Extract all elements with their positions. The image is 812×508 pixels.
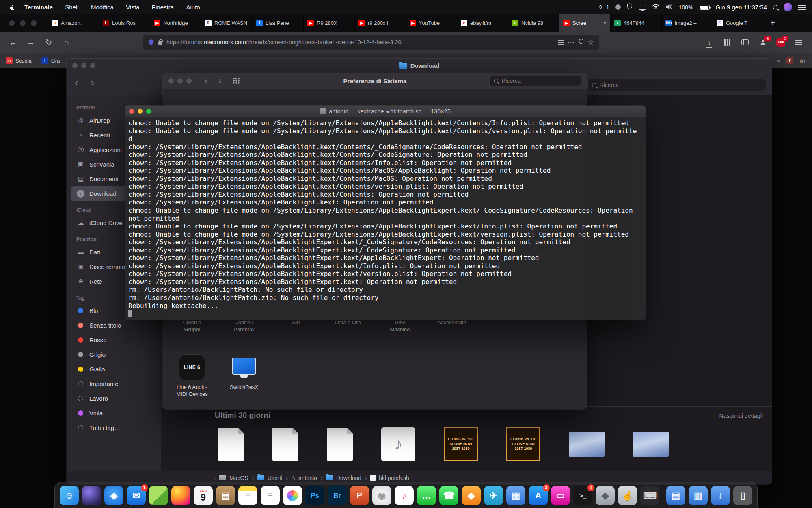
dock-messages[interactable]: …	[417, 486, 436, 505]
lock-icon[interactable]	[158, 41, 162, 45]
dock-bridge[interactable]: Br	[328, 486, 347, 505]
dock-siri[interactable]	[82, 486, 101, 505]
volume-icon[interactable]	[666, 4, 673, 11]
browser-tab[interactable]: a Amazon.	[48, 14, 99, 32]
show-all-grid-icon[interactable]	[233, 78, 240, 84]
dock-firefox[interactable]	[171, 486, 190, 505]
url-bar[interactable]: https://forums.macrumors.com/threads/scr…	[143, 35, 599, 50]
shield-status-icon[interactable]	[627, 3, 633, 11]
battery-icon[interactable]	[700, 5, 710, 10]
dock-app-grey[interactable]: ◉	[372, 486, 391, 505]
tracking-protection-shield-icon[interactable]	[148, 39, 154, 46]
dock-calendar[interactable]: GEN 9	[194, 486, 213, 505]
audio-status-icon[interactable]: 1	[598, 4, 609, 11]
dock-notes[interactable]: ≡	[238, 486, 257, 505]
file-thumbnail[interactable]: ♪	[381, 427, 415, 461]
dock-extension[interactable]: ◆	[596, 486, 615, 505]
monitor-shield-icon[interactable]	[579, 39, 584, 46]
finder-forward-button[interactable]: ›	[91, 76, 94, 89]
menu-item[interactable]: Vista	[121, 4, 145, 11]
dock-stack-documents[interactable]: ▤	[666, 486, 685, 505]
page-actions-icon[interactable]: ⋯	[568, 38, 574, 47]
browser-tab[interactable]: e ebay.it/m	[457, 14, 508, 32]
dock-trash[interactable]: ▯	[733, 486, 752, 505]
sysprefs-search-field[interactable]	[490, 76, 581, 86]
sidebar-row[interactable]: Rosso	[71, 332, 157, 347]
browser-tab[interactable]: ▲ 464F844	[611, 14, 662, 32]
browser-tab[interactable]: ibb image2 –	[662, 14, 713, 32]
browser-tab[interactable]: G Google T	[713, 14, 764, 32]
browser-tab[interactable]: ▶ R9 280X	[304, 14, 355, 32]
downloads-button[interactable]: ↓	[702, 35, 717, 50]
sidebar-row[interactable]: Importante	[71, 376, 157, 391]
wifi-icon[interactable]	[652, 4, 660, 11]
dock-stack-apps[interactable]: ▥	[689, 486, 708, 505]
dock-keyboard[interactable]: ⌨	[640, 486, 659, 505]
dock-reminders[interactable]: ≡	[261, 486, 280, 505]
file-thumbnail[interactable]	[633, 432, 669, 457]
dock-mail[interactable]: ✉ 1	[127, 486, 146, 505]
sidebar-row[interactable]: Lavoro	[71, 391, 157, 406]
finder-back-button[interactable]: ‹	[75, 76, 78, 89]
library-button[interactable]	[719, 35, 735, 50]
home-button[interactable]: ⌂	[58, 38, 76, 47]
window-close-icon[interactable]	[9, 20, 15, 26]
spotlight-icon[interactable]	[773, 5, 777, 9]
path-item[interactable]: › bkltpatch.sh	[365, 474, 409, 481]
sidebar-row[interactable]: Giallo	[71, 362, 157, 376]
bookmark-star-icon[interactable]: ☆	[588, 38, 594, 47]
sidebar-row[interactable]: Grigio	[71, 347, 157, 362]
sysprefs-back-button[interactable]: ‹	[205, 76, 208, 87]
sidebar-row[interactable]: Viola	[71, 406, 157, 420]
tab-close-icon[interactable]: ×	[603, 20, 607, 26]
dock-photos[interactable]	[283, 486, 302, 505]
browser-tab[interactable]: ▶ r9 280x l	[355, 14, 406, 32]
dock-switchresx[interactable]: ▭	[551, 486, 570, 505]
menu-item[interactable]: Finestra	[147, 4, 179, 11]
menu-clock[interactable]: Gio 9 gen 11:37:54	[716, 4, 767, 11]
file-thumbnail[interactable]: I THINK WE'RE ALONE NOW 1987-1989	[506, 427, 540, 461]
dock-music[interactable]: ♪	[395, 486, 414, 505]
dock-powerpoint[interactable]: P	[350, 486, 369, 505]
browser-tab[interactable]: ▶ Northridge	[150, 14, 201, 32]
sysprefs-titlebar[interactable]: Preferenze di Sistema ‹ ›	[163, 73, 587, 89]
notification-center-icon[interactable]	[798, 5, 806, 6]
display-status-icon[interactable]	[639, 5, 646, 10]
apple-menu-icon[interactable]	[9, 4, 15, 11]
dock-terminal[interactable]: >_ 1	[573, 486, 592, 505]
dock-contacts[interactable]: ▤	[216, 486, 235, 505]
path-item[interactable]: › Download	[321, 474, 361, 481]
status-dot-icon[interactable]	[615, 4, 621, 10]
preference-pane-label[interactable]: Data e Ora	[322, 319, 374, 333]
browser-tab[interactable]: f Lisa Pane	[253, 14, 304, 32]
bookmark-item[interactable]: is Scuola	[6, 57, 32, 64]
account-button[interactable]: 6	[755, 35, 771, 50]
preference-pane-label[interactable]: Utenti e Gruppi	[166, 319, 218, 333]
preference-pane-label[interactable]: Accessibilità	[426, 319, 478, 333]
sidebar-toggle-button[interactable]	[737, 35, 753, 50]
menu-button[interactable]	[791, 35, 806, 50]
dock-safari[interactable]: ◈	[104, 486, 123, 505]
dock-appstore[interactable]: A 3	[529, 486, 548, 505]
pref-pane-line6[interactable]: LINE 6 Line 6 Audio- MIDI Devices	[166, 354, 218, 398]
pref-pane-switchresx[interactable]: SwitchResX	[218, 354, 270, 398]
menu-item[interactable]: Shell	[60, 4, 84, 11]
bookmark-item-film[interactable]: F Film	[786, 57, 806, 64]
reader-mode-icon[interactable]	[558, 40, 564, 45]
dock-whatsapp[interactable]: ☎	[439, 486, 458, 505]
user-avatar[interactable]	[784, 3, 792, 11]
sysprefs-forward-button[interactable]: ›	[218, 76, 222, 87]
window-zoom-icon[interactable]	[31, 20, 37, 26]
dock-box[interactable]: ◆	[462, 486, 481, 505]
finder-search-field[interactable]	[587, 79, 766, 91]
bookmark-item[interactable]: + Gra	[41, 57, 60, 64]
file-thumbnail[interactable]	[327, 428, 353, 461]
terminal-titlebar[interactable]: antonio — kextcache ◂ bkltpatch.sh — 130…	[125, 106, 646, 117]
search-input[interactable]	[600, 82, 762, 88]
bookmarks-overflow-icon[interactable]: »	[777, 58, 780, 64]
dock-photoshop[interactable]: Ps	[305, 486, 324, 505]
new-tab-button[interactable]: +	[764, 14, 781, 32]
dock-preview[interactable]: ▦	[506, 486, 525, 505]
menu-item[interactable]: Aiuto	[181, 4, 205, 11]
dock-hand[interactable]: ☝	[618, 486, 637, 505]
